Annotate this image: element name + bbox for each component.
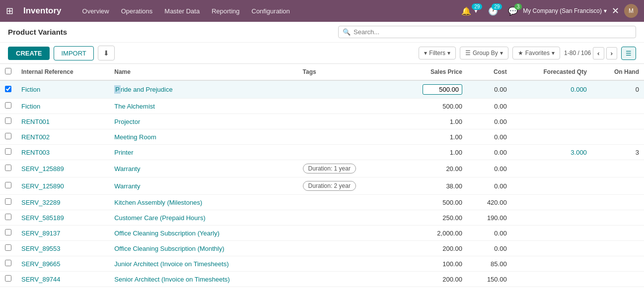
row-checkbox[interactable]	[5, 275, 11, 282]
cell-forecasted	[512, 272, 592, 287]
cell-cost: 190.00	[467, 210, 512, 226]
row-checkbox[interactable]	[5, 86, 11, 92]
close-debug-btn[interactable]: ✕	[612, 5, 619, 16]
row-checkbox[interactable]	[5, 198, 11, 205]
name-link[interactable]: Senior Architect (Invoice on Timesheets)	[114, 276, 230, 283]
tag-pill: Duration: 2 year	[303, 181, 356, 191]
col-on-hand[interactable]: On Hand	[592, 64, 644, 80]
grid-icon[interactable]: ⊞	[6, 5, 13, 16]
groupby-icon: ☰	[465, 50, 471, 57]
notifications-btn[interactable]: 🔔 ▼ 29	[461, 6, 478, 16]
cell-tags	[298, 272, 393, 287]
row-checkbox[interactable]	[5, 229, 11, 235]
row-checkbox[interactable]	[5, 117, 11, 124]
ref-link[interactable]: SERV_125890	[21, 182, 64, 190]
name-link[interactable]: Warranty	[114, 165, 140, 173]
cell-sales-price: 20.00	[393, 160, 467, 177]
row-checkbox-cell	[0, 177, 16, 195]
row-checkbox[interactable]	[5, 214, 11, 220]
row-checkbox[interactable]	[5, 182, 11, 188]
cell-sales-price: 100.00	[393, 256, 467, 272]
ref-link[interactable]: RENT001	[21, 118, 50, 125]
nav-overview[interactable]: Overview	[77, 5, 114, 17]
on-hand-value: 3	[636, 149, 639, 156]
ref-link[interactable]: SERV_125889	[21, 165, 64, 173]
pagination-prev[interactable]: ‹	[593, 47, 604, 59]
col-sales-price[interactable]: Sales Price	[393, 64, 467, 80]
name-link[interactable]: Meeting Room	[114, 133, 156, 141]
search-icon: 🔍	[343, 28, 351, 36]
messages-btn[interactable]: 💬 3	[508, 6, 518, 16]
download-button[interactable]: ⬇	[98, 46, 115, 60]
ref-link[interactable]: SERV_585189	[21, 214, 64, 222]
col-internal-ref[interactable]: Internal Reference	[16, 64, 109, 80]
name-link[interactable]: The Alchemist	[114, 103, 155, 110]
list-view-button[interactable]: ☰	[621, 47, 636, 60]
name-link[interactable]: Printer	[114, 149, 133, 156]
name-link[interactable]: Office Cleaning Subscription (Monthly)	[114, 245, 224, 252]
cell-forecasted	[512, 160, 592, 177]
nav-operations[interactable]: Operations	[116, 5, 158, 17]
row-checkbox[interactable]	[5, 102, 11, 109]
row-checkbox[interactable]	[5, 244, 11, 251]
sales-price-value: 100.00	[442, 260, 462, 268]
name-link[interactable]: Projector	[114, 118, 140, 125]
forecast-value[interactable]: 3.000	[571, 149, 587, 156]
nav-menu: Overview Operations Master Data Reportin…	[77, 5, 454, 17]
ref-link[interactable]: RENT003	[21, 149, 50, 156]
select-all-checkbox-header[interactable]	[0, 64, 16, 80]
name-link[interactable]: Warranty	[114, 182, 140, 190]
col-tags[interactable]: Tags	[298, 64, 393, 80]
cell-tags	[298, 226, 393, 241]
row-checkbox[interactable]	[5, 165, 11, 171]
table-row: RENT003Printer1.000.003.0003	[0, 145, 644, 160]
forecast-value[interactable]: 0.000	[571, 86, 587, 93]
ref-link[interactable]: SERV_32289	[21, 199, 61, 206]
col-cost[interactable]: Cost	[467, 64, 512, 80]
table-row: SERV_89665Junior Architect (Invoice on T…	[0, 256, 644, 272]
search-input[interactable]	[354, 28, 632, 36]
row-checkbox-cell	[0, 287, 16, 289]
table-row: FictionPride and Prejudice0.000.0000	[0, 80, 644, 99]
cell-name: Warranty	[109, 177, 297, 195]
name-link[interactable]: Kitchen Assembly (Milestones)	[114, 199, 202, 206]
favorites-button[interactable]: ★ Favorites ▾	[512, 47, 560, 59]
col-name[interactable]: Name	[109, 64, 297, 80]
nav-configuration[interactable]: Configuration	[247, 5, 295, 17]
cost-value: 85.00	[491, 260, 507, 268]
col-forecasted[interactable]: Forecasted Qty	[512, 64, 592, 80]
name-link[interactable]: Junior Architect (Invoice on Timesheets)	[114, 260, 229, 268]
nav-reporting[interactable]: Reporting	[207, 5, 244, 17]
ref-link[interactable]: Fiction	[21, 103, 40, 110]
name-link[interactable]: Office Cleaning Subscription (Yearly)	[114, 230, 219, 237]
company-selector[interactable]: My Company (San Francisco) ▾	[523, 7, 607, 14]
ref-link[interactable]: SERV_89665	[21, 260, 61, 268]
filters-button[interactable]: ▾ Filters ▾	[419, 47, 456, 59]
create-button[interactable]: CREATE	[8, 47, 50, 60]
pagination-next[interactable]: ›	[606, 47, 617, 59]
ref-link[interactable]: SERV_89553	[21, 245, 61, 252]
list-view-icon: ☰	[626, 50, 632, 57]
ref-link[interactable]: SERV_89137	[21, 230, 61, 237]
page-header: Product Variants 🔍	[0, 22, 644, 43]
nav-master-data[interactable]: Master Data	[159, 5, 205, 17]
row-checkbox[interactable]	[5, 260, 11, 266]
row-checkbox-cell	[0, 99, 16, 114]
import-button[interactable]: IMPORT	[54, 46, 93, 60]
row-checkbox[interactable]	[5, 148, 11, 155]
name-link[interactable]: Pride and Prejudice	[114, 85, 172, 94]
ref-link[interactable]: SERV_89744	[21, 276, 61, 283]
sales-price-value: 1.00	[450, 133, 462, 141]
sales-price-input[interactable]	[423, 84, 462, 95]
row-checkbox[interactable]	[5, 133, 11, 139]
cell-name: Projector	[109, 114, 297, 129]
select-all-checkbox[interactable]	[5, 68, 11, 74]
group-by-button[interactable]: ☰ Group By ▾	[460, 47, 508, 59]
user-avatar[interactable]: M	[624, 4, 638, 18]
name-link[interactable]: Customer Care (Prepaid Hours)	[114, 214, 206, 222]
ref-link[interactable]: Fiction	[21, 86, 40, 93]
ref-link[interactable]: RENT002	[21, 133, 50, 141]
cell-forecasted	[512, 256, 592, 272]
activity-btn[interactable]: 🕐 29	[488, 6, 498, 16]
cell-forecasted	[512, 129, 592, 145]
